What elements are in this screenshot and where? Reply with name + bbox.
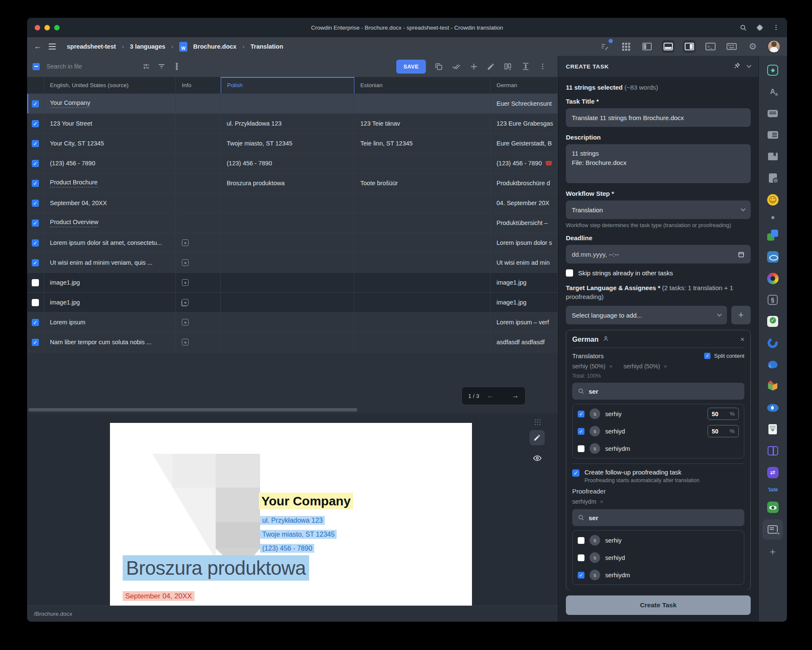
- remove-chip-icon[interactable]: ×: [600, 499, 604, 505]
- layout-bottom-icon[interactable]: [662, 40, 675, 53]
- add-column-icon[interactable]: [503, 62, 513, 71]
- estonian-cell[interactable]: Teie linn, ST 12345: [354, 134, 491, 154]
- source-cell[interactable]: Product Overview: [44, 213, 176, 233]
- plus-icon[interactable]: +: [763, 543, 782, 561]
- prev-page-icon[interactable]: ←: [487, 392, 494, 400]
- add-language-button[interactable]: +: [731, 306, 751, 324]
- row-select-cell[interactable]: [27, 273, 44, 293]
- green-eye-icon[interactable]: [763, 498, 782, 516]
- card-icon[interactable]: [763, 126, 782, 144]
- source-cell[interactable]: 123 Your Street: [44, 114, 176, 134]
- add-string-icon[interactable]: [469, 62, 478, 71]
- purple-sync-icon[interactable]: ⇄: [763, 463, 782, 482]
- split-content-toggle[interactable]: Split content: [704, 353, 744, 359]
- polish-cell[interactable]: [221, 94, 354, 114]
- smiley-icon[interactable]: ☺: [763, 190, 782, 209]
- translate-app-icon[interactable]: [763, 226, 782, 244]
- row-select-cell[interactable]: [27, 233, 44, 253]
- polish-cell[interactable]: Broszura produktowa: [221, 173, 354, 193]
- estonian-cell[interactable]: [354, 154, 491, 173]
- german-cell[interactable]: Eure Geisterstadt, B: [491, 134, 558, 154]
- list-item[interactable]: s serhiydm: [578, 440, 739, 457]
- estonian-cell[interactable]: [354, 313, 491, 332]
- calendar-icon[interactable]: [738, 251, 745, 258]
- translator-search-input[interactable]: ser: [572, 383, 744, 400]
- edit-pencil-icon[interactable]: [487, 63, 495, 71]
- estonian-cell[interactable]: [354, 193, 491, 213]
- list-item[interactable]: s serhiyd 50%: [578, 422, 739, 440]
- german-cell[interactable]: Euer Schreckensunt: [491, 94, 558, 114]
- member-checkbox[interactable]: [578, 445, 584, 452]
- member-checkbox[interactable]: [578, 554, 584, 561]
- book-icon[interactable]: [763, 147, 782, 166]
- estonian-cell[interactable]: [354, 233, 491, 253]
- pin-icon[interactable]: [733, 62, 741, 71]
- estonian-cell[interactable]: [354, 253, 491, 273]
- source-cell[interactable]: (123) 456 - 7890: [44, 154, 176, 173]
- estonian-cell[interactable]: [354, 293, 491, 313]
- magnifier-icon[interactable]: [740, 24, 747, 31]
- polish-cell[interactable]: [221, 253, 354, 273]
- row-select-cell[interactable]: [27, 313, 44, 332]
- row-select-cell[interactable]: [27, 193, 44, 213]
- polish-cell[interactable]: [221, 233, 354, 253]
- tune-filters-icon[interactable]: [142, 62, 151, 71]
- followup-checkbox[interactable]: [572, 469, 579, 477]
- row-select-cell[interactable]: [27, 173, 44, 193]
- source-cell[interactable]: September 04, 20XX: [44, 193, 176, 213]
- description-textarea[interactable]: 11 strings File: Brochure.docx: [566, 144, 751, 183]
- german-cell[interactable]: image1.jpg: [491, 273, 558, 293]
- breadcrumb-file[interactable]: Brochure.docx: [193, 43, 236, 50]
- hamburger-menu-icon[interactable]: [49, 44, 56, 49]
- close-icon[interactable]: ×: [741, 336, 744, 343]
- next-page-icon[interactable]: →: [512, 392, 519, 400]
- row-select-cell[interactable]: [27, 134, 44, 154]
- green-check-card-icon[interactable]: [763, 312, 782, 331]
- preview-eye-button[interactable]: [529, 450, 545, 466]
- list-item[interactable]: s serhiydm: [578, 566, 739, 584]
- blue-arc-icon[interactable]: [763, 334, 782, 352]
- close-window-button[interactable]: [35, 25, 40, 30]
- string-context-icon[interactable]: ∗: [182, 319, 189, 326]
- save-button[interactable]: SAVE: [396, 60, 426, 74]
- row-checkbox[interactable]: [32, 160, 39, 167]
- layout-left-icon[interactable]: [641, 40, 653, 53]
- avatar[interactable]: [768, 40, 780, 53]
- row-checkbox[interactable]: [32, 140, 39, 147]
- more-options-icon[interactable]: [539, 63, 546, 70]
- member-checkbox[interactable]: [578, 428, 584, 435]
- row-select-cell[interactable]: [27, 253, 44, 273]
- german-cell[interactable]: 04. September 20X: [491, 193, 558, 213]
- polish-cell[interactable]: [221, 193, 354, 213]
- extensions-puzzle-icon[interactable]: [756, 24, 763, 31]
- member-checkbox[interactable]: [578, 411, 584, 417]
- column-header-polish[interactable]: Polish: [221, 77, 354, 94]
- polish-cell[interactable]: ul. Przykładowa 123: [221, 114, 354, 134]
- list-item[interactable]: s serhiy: [578, 532, 739, 549]
- row-select-cell[interactable]: [27, 154, 44, 173]
- task-title-input[interactable]: Translate 11 strings from Brochure.docx: [566, 108, 751, 127]
- source-cell[interactable]: image1.jpg: [44, 293, 176, 313]
- german-cell[interactable]: Produktbroschüre d: [491, 173, 558, 193]
- member-checkbox[interactable]: [578, 572, 584, 579]
- remove-chip-icon[interactable]: ×: [664, 363, 667, 370]
- drag-handle-icon[interactable]: [534, 419, 540, 425]
- string-context-icon[interactable]: ∗: [182, 239, 189, 246]
- translate-icon[interactable]: Aa: [763, 82, 782, 101]
- terminal-icon[interactable]: >_: [704, 40, 717, 53]
- deadline-input[interactable]: dd.mm.yyyy, --:--: [566, 245, 751, 263]
- row-checkbox[interactable]: [32, 239, 39, 247]
- row-checkbox[interactable]: [32, 219, 39, 227]
- create-task-button[interactable]: Create Task: [566, 595, 751, 615]
- source-cell[interactable]: image1.jpg: [44, 273, 176, 293]
- estonian-cell[interactable]: Toote brošüür: [354, 173, 491, 193]
- german-cell[interactable]: asdfasdf asdfasdf: [491, 332, 558, 352]
- list-item[interactable]: s serhiy 50%: [578, 405, 739, 422]
- section-sign-icon[interactable]: §: [763, 291, 782, 309]
- estonian-cell[interactable]: [354, 213, 491, 233]
- row-select-cell[interactable]: [27, 213, 44, 233]
- cube-icon[interactable]: [763, 377, 782, 395]
- layout-right-icon[interactable]: [683, 40, 696, 53]
- polish-cell[interactable]: [221, 293, 354, 313]
- skip-strings-row[interactable]: Skip strings already in other tasks: [566, 269, 751, 277]
